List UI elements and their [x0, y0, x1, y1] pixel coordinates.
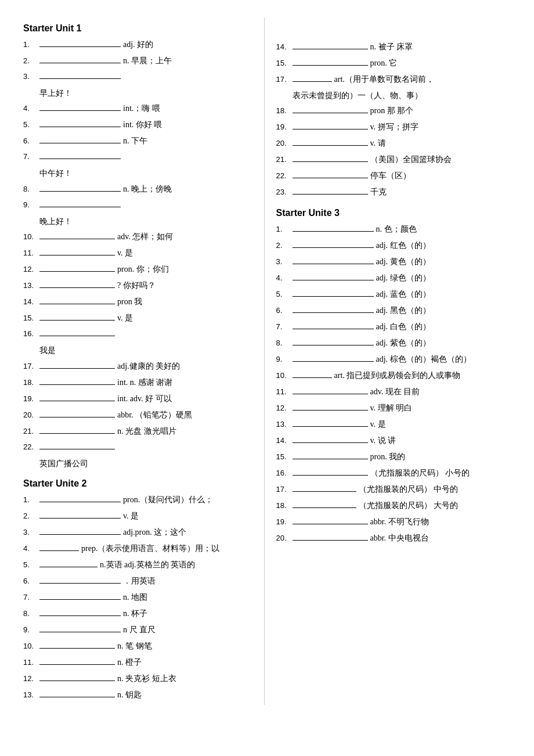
answer-blank	[293, 161, 368, 162]
answer-blank	[293, 540, 368, 541]
list-item: 3. adj. 黄色（的）	[276, 255, 511, 269]
list-item: 4. prep.（表示使用语言、材料等）用；以	[23, 542, 258, 556]
list-item: 2. adj. 红色（的）	[276, 239, 511, 253]
answer-blank	[39, 78, 121, 79]
answer-blank	[293, 410, 368, 411]
section-title-unit3: Starter Unite 3	[276, 208, 511, 218]
answer-blank	[39, 320, 115, 321]
answer-blank	[293, 280, 374, 280]
section-title-unit1: Starter Unit 1	[23, 23, 258, 34]
answer-blank	[39, 287, 115, 288]
list-item: 17. adj.健康的 美好的	[23, 360, 258, 374]
list-item: 2. v. 是	[23, 510, 258, 524]
answer-blank	[293, 345, 374, 345]
list-item-indent: 中午好！	[23, 167, 258, 180]
answer-blank	[39, 599, 121, 600]
list-item: 5. adj. 蓝色（的）	[276, 288, 511, 302]
list-item: 3. adj.pron. 这；这个	[23, 526, 258, 540]
list-item: 22.	[23, 441, 258, 455]
answer-blank	[293, 178, 368, 178]
answer-blank	[39, 239, 115, 239]
list-item: 14. v. 说 讲	[276, 434, 511, 448]
list-item: 4. adj. 绿色（的）	[276, 272, 511, 286]
answer-blank	[39, 534, 121, 535]
list-item: 18. （尤指服装的尺码） 大号的	[276, 499, 511, 513]
answer-blank	[293, 459, 368, 459]
list-item: 1. pron.（疑问代词）什么；	[23, 494, 258, 507]
answer-blank	[39, 207, 121, 207]
answer-blank	[39, 583, 121, 584]
answer-blank	[39, 143, 121, 143]
list-item-indent: 早上好！	[23, 87, 258, 100]
answer-blank	[293, 377, 332, 378]
list-item: 6. adj. 黑色（的）	[276, 304, 511, 318]
answer-blank	[39, 567, 98, 567]
answer-blank	[293, 231, 374, 232]
answer-blank	[39, 384, 115, 385]
answer-blank	[293, 491, 356, 492]
answer-blank	[293, 426, 368, 427]
answer-blank	[293, 442, 368, 443]
left-column: Starter Unit 1 1. adj. 好的 2. n. 早晨；上午 3.…	[23, 17, 264, 705]
list-item: 4. int.；嗨 喂	[23, 102, 258, 116]
answer-blank	[293, 524, 368, 524]
list-item: 9. n 尺 直尺	[23, 624, 258, 638]
answer-blank	[39, 110, 121, 111]
list-item: 15. pron. 它	[276, 57, 511, 71]
list-item: 5. int. 你好 喂	[23, 118, 258, 132]
answer-blank	[39, 615, 121, 616]
answer-blank	[293, 329, 374, 329]
answer-blank	[39, 304, 115, 304]
list-item: 18. int. n. 感谢 谢谢	[23, 376, 258, 390]
list-item: 19. int. adv. 好 可以	[23, 393, 258, 406]
answer-blank	[39, 159, 121, 159]
list-item: 9.	[23, 199, 258, 213]
answer-blank	[39, 127, 121, 127]
answer-blank	[39, 368, 115, 369]
list-item: 8. n. 杯子	[23, 607, 258, 621]
answer-blank	[293, 361, 374, 362]
list-item: 12. n. 夹克衫 短上衣	[23, 672, 258, 686]
list-item: 11. v. 是	[23, 247, 258, 261]
list-item: 7.	[23, 151, 258, 165]
list-item-indent: 晚上好！	[23, 215, 258, 228]
answer-blank	[293, 312, 374, 313]
answer-blank	[39, 449, 115, 449]
section-title-unit2: Starter Unite 2	[23, 478, 258, 489]
answer-blank	[293, 145, 368, 146]
list-item: 14. n. 被子 床罩	[276, 41, 511, 55]
list-item: 13. v. 是	[276, 418, 511, 432]
answer-blank	[39, 417, 115, 417]
right-column: 14. n. 被子 床罩 15. pron. 它 17. art.（用于单数可数…	[264, 17, 511, 705]
list-item: 1. n. 色；颜色	[276, 223, 511, 237]
page: Starter Unit 1 1. adj. 好的 2. n. 早晨；上午 3.…	[23, 17, 511, 705]
list-item: 7. adj. 白色（的）	[276, 321, 511, 334]
list-item: 8. adj. 紫色（的）	[276, 337, 511, 351]
list-item: 7. n. 地图	[23, 591, 258, 605]
answer-blank	[293, 113, 368, 113]
list-item: 6. ．用英语	[23, 575, 258, 589]
list-item: 22. 停车（区）	[276, 170, 511, 183]
answer-blank	[39, 401, 115, 401]
answer-blank	[39, 336, 115, 336]
answer-blank	[293, 296, 374, 297]
list-item: 21. （美国）全国篮球协会	[276, 153, 511, 167]
list-item-indent: 英国广播公司	[23, 458, 258, 470]
list-item: 18. pron 那 那个	[276, 105, 511, 118]
list-item: 17. art.（用于单数可数名词前，	[276, 73, 511, 87]
list-item: 19. abbr. 不明飞行物	[276, 516, 511, 530]
list-item: 14. pron 我	[23, 296, 258, 309]
answer-blank	[39, 632, 121, 632]
list-item: 23. 千克	[276, 186, 511, 200]
answer-blank	[39, 502, 121, 502]
list-item: 11. n. 橙子	[23, 656, 258, 670]
list-item: 10. adv. 怎样；如何	[23, 231, 258, 244]
list-item: 16.	[23, 328, 258, 342]
list-item-indent: 我是	[23, 344, 258, 357]
list-item: 17. （尤指服装的尺码） 中号的	[276, 483, 511, 497]
unit2-right-section: 14. n. 被子 床罩 15. pron. 它 17. art.（用于单数可数…	[276, 41, 511, 200]
list-item: 16. （尤指服装的尺码） 小号的	[276, 467, 511, 481]
answer-blank	[39, 518, 121, 519]
answer-blank	[39, 255, 115, 255]
answer-blank	[293, 49, 368, 49]
